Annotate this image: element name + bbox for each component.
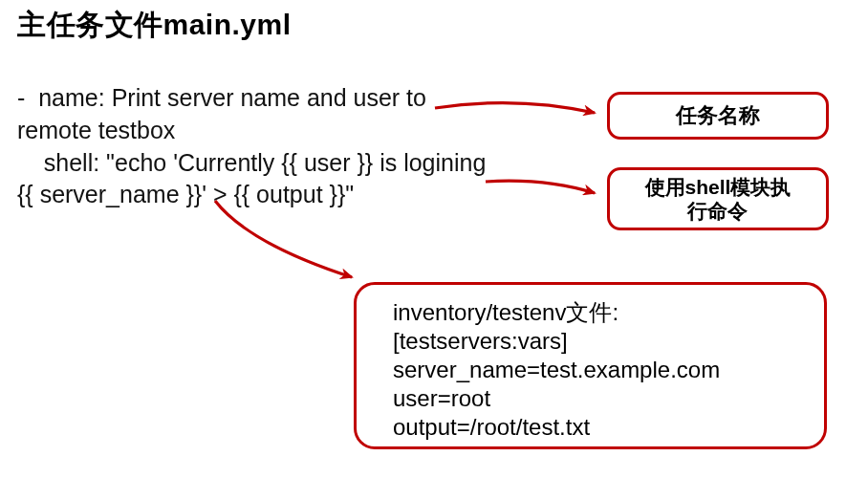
- info-line-4: user=root: [393, 384, 807, 413]
- callout-task-name: 任务名称: [607, 92, 829, 140]
- info-line-2: [testservers:vars]: [393, 327, 807, 356]
- info-line-1: inventory/testenv文件:: [393, 298, 807, 327]
- inventory-info-box: inventory/testenv文件: [testservers:vars] …: [354, 282, 827, 449]
- callout-task-name-label: 任务名称: [676, 101, 760, 130]
- page-title: 主任务文件main.yml: [17, 6, 292, 45]
- yaml-code-block: - name: Print server name and user to re…: [17, 82, 495, 211]
- info-line-3: server_name=test.example.com: [393, 356, 807, 384]
- callout-shell-module: 使用shell模块执 行命令: [607, 167, 829, 230]
- info-line-5: output=/root/test.txt: [393, 413, 807, 442]
- callout-shell-module-label: 使用shell模块执 行命令: [645, 175, 792, 223]
